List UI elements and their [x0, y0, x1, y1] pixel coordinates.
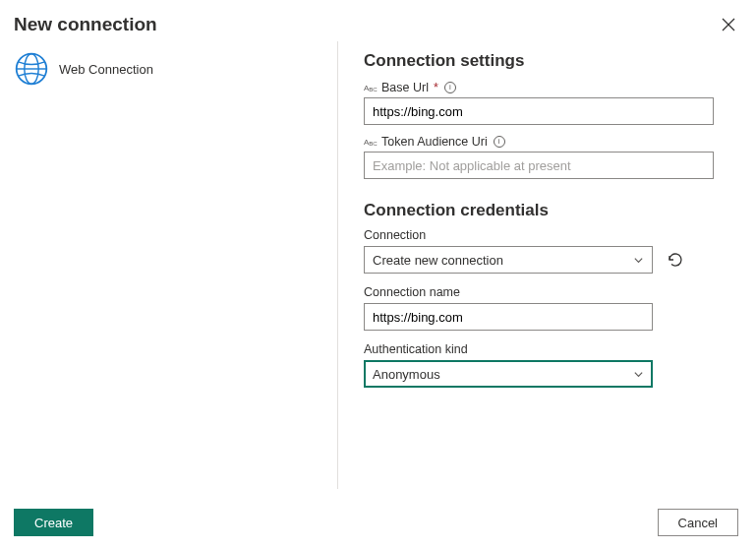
connection-select-value: Create new connection — [373, 253, 503, 268]
chevron-down-icon — [633, 255, 644, 266]
settings-heading: Connection settings — [364, 51, 732, 71]
connection-name-label: Connection name — [364, 285, 732, 299]
connection-select[interactable]: Create new connection — [364, 246, 653, 274]
connection-name-input[interactable] — [364, 303, 653, 331]
connection-type-label: Web Connection — [59, 62, 153, 77]
required-indicator: * — [434, 81, 438, 94]
cancel-button[interactable]: Cancel — [658, 509, 738, 536]
svg-text:BC: BC — [369, 140, 378, 147]
connection-type-item[interactable]: Web Connection — [14, 51, 337, 87]
globe-icon — [14, 51, 49, 87]
auth-kind-value: Anonymous — [373, 367, 440, 382]
credentials-heading: Connection credentials — [364, 201, 732, 220]
svg-text:BC: BC — [369, 86, 378, 92]
dialog-title: New connection — [14, 14, 157, 35]
auth-kind-select[interactable]: Anonymous — [364, 360, 653, 388]
chevron-down-icon — [633, 369, 644, 380]
base-url-input[interactable] — [364, 97, 714, 125]
close-button[interactable] — [719, 15, 738, 34]
info-icon[interactable]: i — [494, 136, 505, 148]
token-audience-input[interactable] — [364, 152, 714, 179]
refresh-icon[interactable] — [667, 251, 684, 269]
token-audience-label: Token Audience Uri — [381, 135, 488, 149]
text-type-icon: A BC — [364, 82, 378, 93]
text-type-icon: A BC — [364, 136, 378, 148]
connection-label: Connection — [364, 228, 732, 242]
connection-type-panel: Web Connection — [14, 41, 338, 489]
info-icon[interactable]: i — [444, 82, 456, 93]
form-panel: Connection settings A BC Base Url * i A … — [338, 41, 742, 489]
auth-kind-label: Authentication kind — [364, 342, 732, 356]
close-icon — [722, 18, 735, 31]
base-url-label: Base Url — [381, 81, 429, 94]
create-button[interactable]: Create — [14, 509, 93, 536]
